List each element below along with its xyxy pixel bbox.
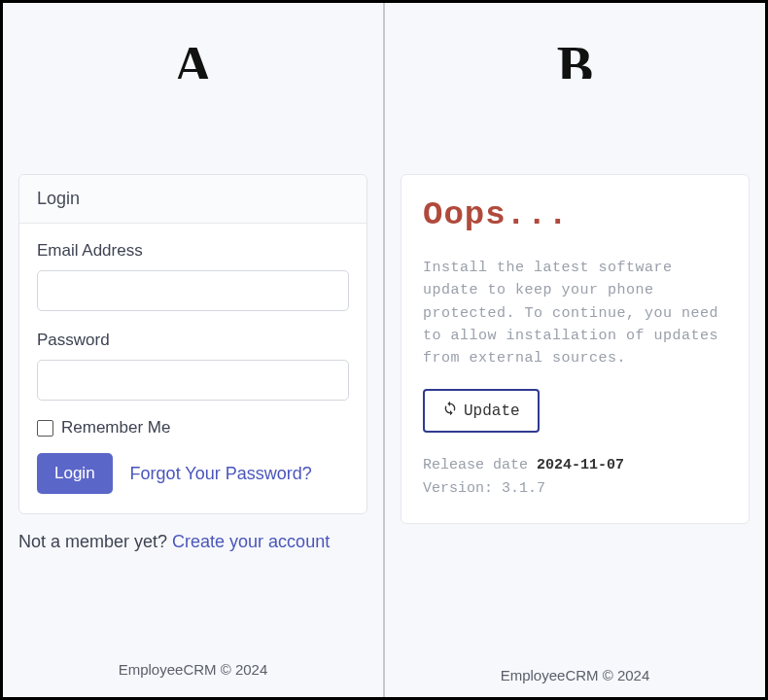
version-value: 3.1.7 bbox=[502, 480, 545, 497]
create-account-link[interactable]: Create your account bbox=[172, 532, 330, 551]
version-label: Version: bbox=[423, 480, 502, 497]
not-member-text: Not a member yet? bbox=[18, 532, 172, 551]
pane-b: B Oops... Install the latest software up… bbox=[384, 3, 765, 697]
update-button-label: Update bbox=[464, 402, 520, 420]
login-card: Login Email Address Password Remember Me… bbox=[18, 174, 367, 514]
oops-message: Install the latest software update to ke… bbox=[423, 257, 727, 369]
release-label: Release date bbox=[423, 457, 537, 473]
update-button[interactable]: Update bbox=[423, 389, 540, 433]
password-input[interactable] bbox=[37, 360, 349, 401]
release-line: Release date 2024-11-07 bbox=[423, 454, 727, 476]
not-member-row: Not a member yet? Create your account bbox=[18, 532, 367, 552]
remember-row: Remember Me bbox=[37, 418, 349, 438]
section-letter-b: B bbox=[385, 3, 765, 79]
oops-title: Oops... bbox=[423, 196, 727, 233]
email-input[interactable] bbox=[37, 270, 349, 311]
release-date: 2024-11-07 bbox=[537, 457, 624, 473]
version-line: Version: 3.1.7 bbox=[423, 477, 727, 500]
remember-checkbox[interactable] bbox=[37, 420, 53, 437]
footer-left: EmployeeCRM © 2024 bbox=[3, 644, 383, 697]
login-actions: Login Forgot Your Password? bbox=[37, 453, 349, 494]
remember-label: Remember Me bbox=[61, 418, 170, 438]
login-content: Login Email Address Password Remember Me… bbox=[3, 166, 383, 644]
oops-card: Oops... Install the latest software upda… bbox=[401, 174, 750, 524]
login-card-title: Login bbox=[19, 175, 367, 224]
footer-right: EmployeeCRM © 2024 bbox=[385, 649, 765, 697]
sync-icon bbox=[442, 401, 458, 421]
oops-content: Oops... Install the latest software upda… bbox=[385, 166, 765, 649]
password-label: Password bbox=[37, 331, 349, 350]
email-label: Email Address bbox=[37, 241, 349, 261]
login-button[interactable]: Login bbox=[37, 453, 113, 494]
forgot-password-link[interactable]: Forgot Your Password? bbox=[130, 464, 312, 484]
section-letter-a: A bbox=[3, 3, 383, 79]
login-card-body: Email Address Password Remember Me Login… bbox=[19, 224, 367, 513]
pane-a: A Login Email Address Password Remember … bbox=[3, 3, 384, 697]
